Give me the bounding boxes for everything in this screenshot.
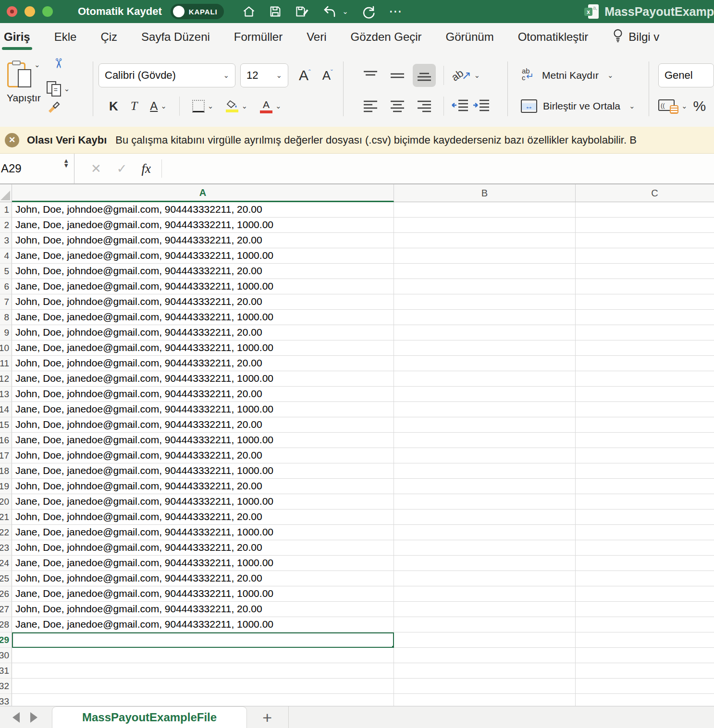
row-header-29[interactable]: 29 (0, 632, 12, 648)
align-bottom-button[interactable] (413, 64, 436, 87)
cell-B29[interactable] (394, 632, 576, 648)
cell-C8[interactable] (576, 310, 714, 325)
cell-C7[interactable] (576, 294, 714, 310)
cell-A1[interactable]: John, Doe, johndoe@gmail.com, 9044433322… (12, 202, 394, 218)
cell-A10[interactable]: Jane, Doe, janedoe@gmail.com, 9044433322… (12, 340, 394, 356)
insert-function-icon[interactable]: fx (142, 161, 151, 176)
row-header-15[interactable]: 15 (0, 417, 12, 433)
align-middle-button[interactable] (386, 64, 409, 87)
cell-C18[interactable] (576, 463, 714, 479)
save-icon[interactable] (269, 5, 282, 18)
cell-C27[interactable] (576, 602, 714, 617)
cell-A5[interactable]: John, Doe, johndoe@gmail.com, 9044433322… (12, 264, 394, 279)
row-header-16[interactable]: 16 (0, 433, 12, 448)
accounting-format-button[interactable]: (( ⌄ (658, 98, 688, 114)
row-header-2[interactable]: 2 (0, 218, 12, 233)
row-header-11[interactable]: 11 (0, 356, 12, 371)
tab-otomatiklestir[interactable]: Otomatikleştir (518, 30, 589, 44)
cell-C13[interactable] (576, 387, 714, 402)
cell-B26[interactable] (394, 586, 576, 602)
add-sheet-button[interactable]: + (262, 710, 272, 725)
fill-handle[interactable] (391, 645, 394, 648)
percent-style-button[interactable]: % (693, 98, 706, 114)
font-name-select[interactable]: Calibri (Gövde) ⌄ (98, 63, 235, 87)
row-header-13[interactable]: 13 (0, 387, 12, 402)
more-commands-icon[interactable]: ⋯ (389, 7, 403, 16)
cut-icon[interactable]: ✂ (50, 58, 66, 81)
cell-B25[interactable] (394, 571, 576, 586)
cell-A22[interactable]: Jane, Doe, janedoe@gmail.com, 9044433322… (12, 525, 394, 540)
cancel-entry-icon[interactable]: ✕ (91, 161, 101, 176)
row-header-8[interactable]: 8 (0, 310, 12, 325)
cell-B11[interactable] (394, 356, 576, 371)
cell-C21[interactable] (576, 510, 714, 525)
row-header-17[interactable]: 17 (0, 448, 12, 463)
cell-B20[interactable] (394, 494, 576, 510)
row-header-5[interactable]: 5 (0, 264, 12, 279)
minimize-window-button[interactable] (25, 6, 35, 17)
cell-C6[interactable] (576, 279, 714, 294)
tab-gozden-gecir[interactable]: Gözden Geçir (351, 30, 422, 44)
cell-C30[interactable] (576, 648, 714, 663)
cell-B6[interactable] (394, 279, 576, 294)
row-header-27[interactable]: 27 (0, 602, 12, 617)
cell-B14[interactable] (394, 402, 576, 417)
cell-A13[interactable]: John, Doe, johndoe@gmail.com, 9044433322… (12, 387, 394, 402)
cell-B10[interactable] (394, 340, 576, 356)
cell-A19[interactable]: John, Doe, johndoe@gmail.com, 9044433322… (12, 479, 394, 494)
decrease-indent-button[interactable] (452, 99, 469, 113)
cell-A27[interactable]: John, Doe, johndoe@gmail.com, 9044433322… (12, 602, 394, 617)
row-header-20[interactable]: 20 (0, 494, 12, 510)
row-header-12[interactable]: 12 (0, 371, 12, 387)
tab-ciz[interactable]: Çiz (100, 30, 117, 44)
cell-A30[interactable] (12, 648, 394, 663)
bold-button[interactable]: K (109, 99, 118, 114)
column-header-a[interactable]: A (12, 184, 394, 202)
merge-center-button[interactable]: ↔ Birleştir ve Ortala ⌄ (510, 93, 647, 119)
cell-B9[interactable] (394, 325, 576, 340)
tab-formuller[interactable]: Formüller (234, 30, 283, 44)
row-header-24[interactable]: 24 (0, 556, 12, 571)
confirm-entry-icon[interactable]: ✓ (117, 161, 127, 176)
tab-sayfa-duzeni[interactable]: Sayfa Düzeni (141, 30, 210, 44)
cell-C11[interactable] (576, 356, 714, 371)
increase-font-size-button[interactable]: Aˆ (299, 67, 311, 84)
cell-A26[interactable]: Jane, Doe, janedoe@gmail.com, 9044433322… (12, 586, 394, 602)
home-icon[interactable] (242, 5, 256, 18)
row-header-26[interactable]: 26 (0, 586, 12, 602)
cell-C10[interactable] (576, 340, 714, 356)
row-header-23[interactable]: 23 (0, 540, 12, 556)
cell-B4[interactable] (394, 248, 576, 264)
cell-B28[interactable] (394, 617, 576, 632)
cell-A6[interactable]: Jane, Doe, janedoe@gmail.com, 9044433322… (12, 279, 394, 294)
cell-A17[interactable]: John, Doe, johndoe@gmail.com, 9044433322… (12, 448, 394, 463)
borders-button[interactable]: ⌄ (192, 100, 214, 112)
cell-B23[interactable] (394, 540, 576, 556)
row-header-7[interactable]: 7 (0, 294, 12, 310)
cell-C9[interactable] (576, 325, 714, 340)
cell-A32[interactable] (12, 679, 394, 694)
cell-A14[interactable]: Jane, Doe, janedoe@gmail.com, 9044433322… (12, 402, 394, 417)
cell-A29[interactable] (12, 632, 394, 648)
prev-sheet-icon[interactable] (12, 712, 20, 723)
tab-ekle[interactable]: Ekle (54, 30, 77, 44)
copy-icon[interactable] (47, 81, 61, 97)
cell-A12[interactable]: Jane, Doe, janedoe@gmail.com, 9044433322… (12, 371, 394, 387)
cell-C15[interactable] (576, 417, 714, 433)
cell-C24[interactable] (576, 556, 714, 571)
tell-me-button[interactable]: Bilgi v (612, 28, 659, 46)
align-right-button[interactable] (413, 95, 436, 118)
tab-veri[interactable]: Veri (307, 30, 326, 44)
decrease-font-size-button[interactable]: Aˇ (322, 68, 333, 83)
cell-A16[interactable]: Jane, Doe, janedoe@gmail.com, 9044433322… (12, 433, 394, 448)
cell-B32[interactable] (394, 679, 576, 694)
cell-C17[interactable] (576, 448, 714, 463)
row-header-4[interactable]: 4 (0, 248, 12, 264)
font-size-select[interactable]: 12 ⌄ (240, 63, 288, 87)
font-color-button[interactable]: A ⌄ (260, 99, 282, 113)
underline-button[interactable]: A ⌄ (150, 99, 167, 113)
undo-icon[interactable] (322, 4, 337, 19)
row-header-18[interactable]: 18 (0, 463, 12, 479)
next-sheet-icon[interactable] (30, 712, 37, 723)
orientation-button[interactable]: ab ↗ ⌄ (452, 69, 480, 82)
